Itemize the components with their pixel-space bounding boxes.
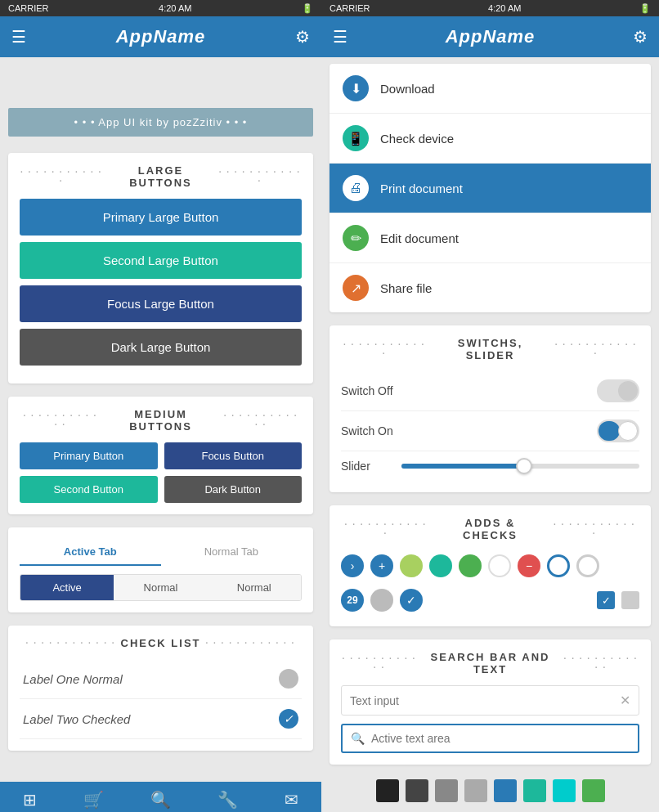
settings-icon-right[interactable]: ⚙ — [633, 27, 648, 47]
swatch-7[interactable] — [582, 779, 605, 802]
tab-bottom-normal-2[interactable]: Normal — [208, 575, 301, 600]
plus-icon[interactable]: + — [370, 554, 393, 577]
clear-icon[interactable]: ✕ — [620, 693, 630, 708]
switch-on-toggle[interactable] — [597, 419, 639, 442]
right-panel: CARRIER 4:20 AM 🔋 ☰ AppName ⚙ ⬇ Download… — [321, 0, 659, 812]
green-icon[interactable] — [459, 554, 482, 577]
bottom-nav-left: ⊞ 🛒 🔍 🔧 ✉ — [0, 782, 321, 812]
minus-icon[interactable]: − — [518, 554, 540, 577]
nav-tool-icon[interactable]: 🔧 — [217, 790, 238, 810]
slider-track[interactable] — [401, 464, 639, 469]
checkbox-unchecked[interactable] — [621, 591, 639, 609]
search-section-label: SEARCH BAR AND TEXT — [423, 651, 558, 675]
left-panel: CARRIER 4:20 AM 🔋 ☰ AppName ⚙ • • • App … — [0, 0, 321, 812]
swatch-3[interactable] — [464, 779, 487, 802]
search-section-title: SEARCH BAR AND TEXT — [341, 651, 639, 675]
checklist-label-1: Label One Normal — [23, 672, 123, 686]
checklist-title: CHECK LIST — [20, 637, 302, 649]
checkbox-checked[interactable]: ✓ — [597, 591, 615, 609]
text-input[interactable] — [350, 694, 620, 707]
share-menu-icon: ↗ — [343, 275, 369, 301]
gray-circle-icon — [370, 589, 393, 612]
checklist-item-1: Label One Normal — [20, 659, 302, 699]
app-header-left: ☰ AppName ⚙ — [0, 16, 321, 57]
carrier-left: CARRIER — [8, 3, 49, 13]
slider-thumb[interactable] — [516, 458, 532, 474]
edit-menu-icon: ✏ — [343, 225, 369, 251]
white-icon[interactable] — [488, 554, 511, 577]
radio-blue-icon[interactable] — [547, 554, 570, 577]
check-circle-icon[interactable]: ✓ — [400, 589, 423, 612]
focus-large-button[interactable]: Focus Large Button — [20, 285, 302, 322]
spacer-bottom-left — [0, 757, 321, 782]
menu-item-print[interactable]: 🖨 Print document — [330, 164, 651, 213]
focus-medium-button[interactable]: Focus Button — [164, 442, 303, 469]
app-title-left: AppName — [116, 26, 206, 47]
second-large-button[interactable]: Second Large Button — [20, 242, 302, 279]
tab-normal[interactable]: Normal Tab — [161, 539, 303, 566]
menu-icon-right[interactable]: ☰ — [333, 27, 347, 47]
switches-label: SWITCHS, SLIDER — [433, 337, 547, 361]
menu-item-share[interactable]: ↗ Share file — [330, 263, 651, 312]
battery-icon: 🔋 — [302, 3, 313, 14]
status-bar-right: CARRIER 4:20 AM 🔋 — [321, 0, 659, 16]
swatch-4[interactable] — [494, 779, 517, 802]
slider-row: Slider — [341, 460, 639, 473]
menu-icon[interactable]: ☰ — [11, 27, 26, 47]
tab-active[interactable]: Active Tab — [20, 539, 161, 566]
badge-29: 29 — [341, 589, 364, 612]
status-icons-left: 🔋 — [302, 3, 313, 14]
menu-item-edit[interactable]: ✏ Edit document — [330, 213, 651, 263]
menu-item-check-device[interactable]: 📱 Check device — [330, 114, 651, 164]
switch-off-toggle[interactable] — [597, 379, 639, 402]
swatch-6[interactable] — [553, 779, 576, 802]
arrow-right-icon[interactable]: › — [341, 554, 364, 577]
slider-row-container: Slider — [341, 451, 639, 481]
nav-mail-icon[interactable]: ✉ — [285, 790, 298, 810]
search-input-row: 🔍 — [341, 724, 639, 753]
settings-icon-left[interactable]: ⚙ — [295, 27, 310, 47]
download-menu-icon: ⬇ — [343, 75, 369, 101]
teal-icon[interactable] — [429, 554, 452, 577]
tab-bottom-active[interactable]: Active — [20, 575, 114, 600]
medium-buttons-grid: Primary Button Focus Button Second Butto… — [20, 442, 302, 503]
swatch-0[interactable] — [376, 779, 399, 802]
checklist-section: CHECK LIST Label One Normal Label Two Ch… — [8, 626, 313, 751]
adds-checks-row-1: › + − — [341, 551, 639, 581]
app-header-right: ☰ AppName ⚙ — [321, 16, 659, 57]
checklist-item-2: Label Two Checked ✓ — [20, 699, 302, 739]
radio-checked-2[interactable]: ✓ — [279, 709, 298, 729]
adds-checks-title: ADDS & CHECKS — [341, 517, 639, 541]
adds-checks-row-2: 29 ✓ ✓ — [341, 585, 639, 615]
switch-off-knob — [618, 381, 638, 401]
second-medium-button[interactable]: Second Button — [20, 476, 158, 503]
time-left: 4:20 AM — [159, 3, 191, 13]
search-section: SEARCH BAR AND TEXT ✕ 🔍 — [330, 639, 651, 765]
tab-bottom-normal-1[interactable]: Normal — [114, 575, 207, 600]
tab-row-bottom: Active Normal Normal — [20, 574, 302, 601]
status-icons-right: 🔋 — [639, 3, 651, 14]
primary-medium-button[interactable]: Primary Button — [20, 442, 158, 469]
slider-label: Slider — [341, 460, 390, 473]
swatch-2[interactable] — [435, 779, 458, 802]
nav-search-icon[interactable]: 🔍 — [150, 790, 171, 810]
active-text-area[interactable] — [371, 732, 630, 745]
color-swatches — [321, 771, 659, 810]
swatch-1[interactable] — [406, 779, 428, 802]
dark-medium-button[interactable]: Dark Button — [164, 476, 303, 503]
nav-cart-icon[interactable]: 🛒 — [83, 790, 104, 810]
adds-checks-section: ADDS & CHECKS › + − 29 ✓ ✓ — [330, 505, 651, 626]
banner-text: • • • App UI kit by pozZzitiv • • • — [74, 116, 248, 128]
checklist-label: CHECK LIST — [121, 637, 201, 649]
swatch-5[interactable] — [523, 779, 546, 802]
menu-label-share: Share file — [380, 281, 432, 295]
radio-gray-icon[interactable] — [576, 554, 599, 577]
menu-item-download[interactable]: ⬇ Download — [330, 64, 651, 114]
primary-large-button[interactable]: Primary Large Button — [20, 199, 302, 236]
large-buttons-section: LARGE BUTTONS Primary Large Button Secon… — [8, 153, 313, 384]
radio-unchecked-1[interactable] — [279, 669, 298, 689]
light-green-icon[interactable] — [400, 554, 423, 577]
nav-home-icon[interactable]: ⊞ — [23, 790, 37, 810]
large-buttons-title: LARGE BUTTONS — [20, 164, 302, 189]
dark-large-button[interactable]: Dark Large Button — [20, 329, 302, 366]
